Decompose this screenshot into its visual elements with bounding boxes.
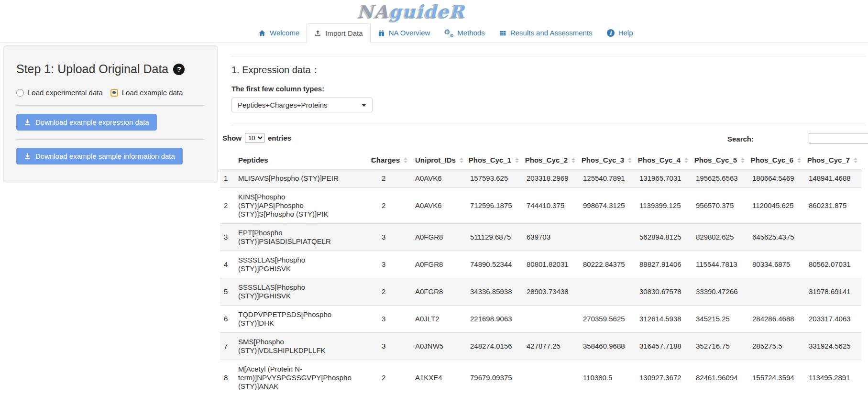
table-cell: SMS[Phospho (STY)]VDLSHIPLKDPLLFK (234, 333, 378, 360)
table-cell: 74890.52344 (466, 251, 523, 278)
column-header-phos_cyc_6[interactable]: Phos_Cyc_6 (748, 151, 805, 169)
table-row: 8M[Acetyl (Protein N- term)]NPVYSPGSSGVP… (220, 360, 861, 395)
column-header-uniprot_ids[interactable]: Uniprot_IDs (411, 151, 466, 169)
divider (231, 125, 866, 125)
table-cell: 3 (378, 224, 411, 251)
table-cell (579, 224, 636, 251)
table-cell: 744410.375 (523, 188, 579, 224)
table-cell: 30830.67578 (636, 278, 692, 306)
tab-methods[interactable]: ⚙⚙Methods (437, 23, 492, 43)
tab-na-overview[interactable]: NA Overview (371, 23, 438, 43)
column-header-label: Charges (371, 156, 400, 164)
header: NAguideR (0, 1, 868, 22)
column-header-label: Peptides (238, 156, 268, 164)
table-cell: 80562.07031 (805, 251, 861, 278)
entries-label: entries (268, 134, 291, 142)
sort-arrows-icon[interactable] (854, 157, 857, 163)
tab-results-and-assessments[interactable]: Results and Assessments (492, 23, 600, 43)
table-row: 5SSSSLLAS[Phospho (STY)]PGHISVK2A0FGR834… (220, 278, 861, 306)
sort-arrows-icon[interactable] (684, 157, 688, 163)
sort-arrows-icon[interactable] (741, 157, 745, 163)
nav-tab-item: Welcome (251, 23, 307, 43)
tab-label: Import Data (325, 29, 363, 38)
column-header-peptides[interactable]: Peptides (234, 151, 378, 169)
column-header-phos_cyc_3[interactable]: Phos_Cyc_3 (579, 151, 636, 169)
table-cell: 316457.7188 (636, 333, 692, 360)
row-number-cell: 1 (220, 169, 234, 188)
column-header-label: Phos_Cyc_2 (525, 156, 568, 164)
column-header-phos_cyc_2[interactable]: Phos_Cyc_2 (523, 151, 579, 169)
table-cell: 248274.0156 (466, 333, 523, 360)
entries-select[interactable]: 10 (245, 133, 264, 143)
upload-icon (314, 30, 321, 37)
table-cell: 203318.2969 (523, 169, 579, 188)
caret-down-icon (362, 104, 366, 107)
table-cell: 80222.84375 (579, 251, 636, 278)
nav-tab-item: ⚙⚙Methods (437, 23, 492, 43)
search-control: Search: (727, 133, 754, 144)
table-cell: SSSSLLAS[Phospho (STY)]PGHISVK (234, 251, 378, 278)
tab-label: Help (618, 28, 633, 38)
datatable-controls: Show 10 entries Search: (222, 133, 868, 145)
column-header-label: Uniprot_IDs (415, 156, 456, 164)
info-icon: i (607, 29, 615, 37)
table-cell: 148941.4688 (805, 169, 861, 188)
sort-arrows-icon[interactable] (460, 157, 463, 163)
column-header-phos_cyc_7[interactable]: Phos_Cyc_7 (805, 151, 861, 169)
radio-load-example[interactable]: Load example data (110, 88, 183, 97)
table-cell: 110380.5 (579, 360, 636, 395)
tab-help[interactable]: iHelp (600, 23, 640, 43)
table-cell: 2 (378, 169, 411, 188)
table-cell: 270359.5625 (579, 306, 636, 333)
tab-welcome[interactable]: Welcome (251, 23, 307, 43)
search-input[interactable] (809, 133, 868, 143)
row-number-cell: 2 (220, 188, 234, 224)
help-question-icon[interactable]: ? (173, 64, 185, 75)
binoculars-icon (378, 30, 385, 37)
divider (16, 105, 205, 106)
table-cell: A0FGR8 (411, 251, 466, 278)
table-cell: TQDPVPPETPSDS[Phospho (STY)]DHK (234, 306, 378, 333)
table-cell: A0JNW5 (411, 333, 466, 360)
table-cell (805, 224, 861, 251)
table-cell: SSSSLLAS[Phospho (STY)]PGHISVK (234, 278, 378, 306)
radio-label: Load example data (122, 88, 183, 97)
column-header-charges[interactable]: Charges (378, 151, 411, 169)
download-expression-button[interactable]: Download example expression data (16, 114, 157, 131)
table-cell: 155724.3594 (748, 360, 805, 395)
upload-panel-title: Step 1: Upload Original Data ? (16, 62, 205, 76)
table-cell: M[Acetyl (Protein N- term)]NPVYSPGSSGVPY… (234, 360, 378, 395)
table-row: 4SSSSLLAS[Phospho (STY)]PGHISVK3A0FGR874… (220, 251, 861, 278)
column-types-select[interactable]: Peptides+Charges+Proteins (231, 98, 373, 112)
table-cell: 860231.875 (805, 188, 861, 224)
app-logo: NAguideR (357, 1, 465, 22)
sort-arrows-icon[interactable] (515, 157, 519, 163)
table-cell: 82461.96094 (692, 360, 748, 395)
radio-load-experimental[interactable]: Load experimental data (16, 88, 103, 97)
nav-tabs: WelcomeImport DataNA Overview⚙⚙MethodsRe… (0, 23, 868, 43)
sort-arrows-icon[interactable] (797, 157, 801, 163)
column-header-phos_cyc_5[interactable]: Phos_Cyc_5 (692, 151, 748, 169)
tab-import-data[interactable]: Import Data (307, 23, 370, 43)
logo-text-na: NA (357, 1, 389, 22)
table-cell: 180664.5469 (748, 169, 805, 188)
download-expression-label: Download example expression data (35, 118, 149, 126)
table-cell: 80801.82031 (523, 251, 579, 278)
sort-arrows-icon[interactable] (571, 157, 575, 163)
table-cell: A0FGR8 (411, 278, 466, 306)
sort-arrows-icon[interactable] (404, 157, 407, 163)
download-sample-info-button[interactable]: Download example sample information data (16, 148, 183, 165)
nav-tab-item: iHelp (600, 23, 640, 43)
table-cell: 1120045.625 (748, 188, 805, 224)
column-header-phos_cyc_1[interactable]: Phos_Cyc_1 (466, 151, 523, 169)
table-cell: 195625.6563 (692, 169, 748, 188)
column-header-phos_cyc_4[interactable]: Phos_Cyc_4 (636, 151, 692, 169)
table-cell: 157593.625 (466, 169, 523, 188)
tab-label: Methods (457, 28, 485, 38)
sort-arrows-icon[interactable] (628, 157, 632, 163)
table-cell: 28903.73438 (523, 278, 579, 306)
table-cell: 562894.8125 (636, 224, 692, 251)
download-icon (24, 153, 31, 160)
table-row: 3EPT[Phospho (STY)]PSIASDISLPIATQELR3A0F… (220, 224, 861, 251)
table-cell: 511129.6875 (466, 224, 523, 251)
